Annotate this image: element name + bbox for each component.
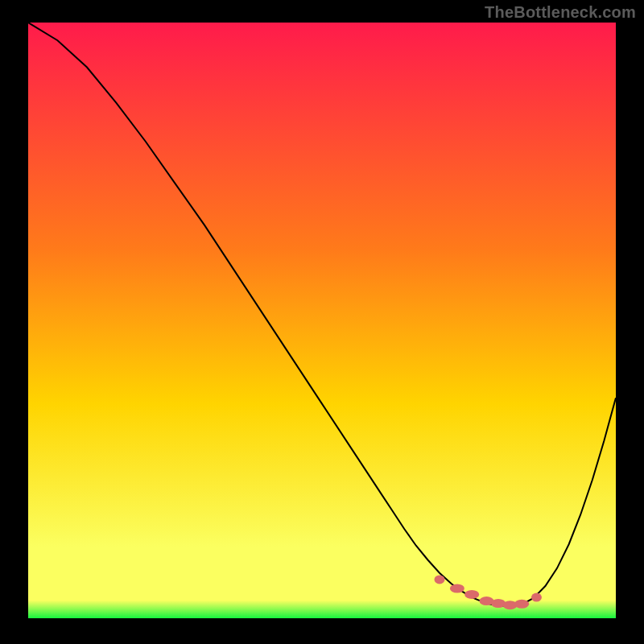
optimal-marker <box>514 600 529 609</box>
chart-svg <box>28 23 616 618</box>
optimal-marker <box>450 584 464 593</box>
optimal-marker <box>531 593 542 602</box>
watermark-text: TheBottleneck.com <box>485 3 636 22</box>
optimal-marker <box>464 590 479 599</box>
gradient-background <box>28 23 616 618</box>
optimal-marker <box>435 575 445 584</box>
chart-container: TheBottleneck.com <box>0 0 644 644</box>
plot-area <box>28 23 616 618</box>
